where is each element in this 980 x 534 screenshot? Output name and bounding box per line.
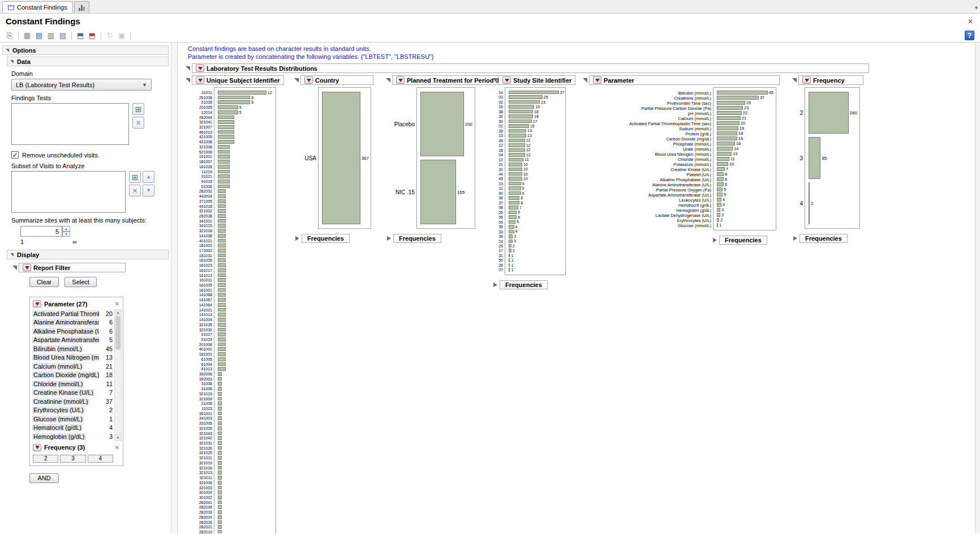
- red-triangle-menu-icon[interactable]: [502, 76, 511, 84]
- and-button[interactable]: AND: [29, 473, 59, 483]
- disclosure-closed-icon[interactable]: [295, 236, 299, 241]
- histogram-bar[interactable]: [218, 145, 230, 149]
- histogram-bar[interactable]: [509, 153, 525, 156]
- histogram-bar[interactable]: [218, 436, 222, 440]
- histogram-bar[interactable]: [218, 510, 222, 514]
- histogram-bar[interactable]: [509, 95, 543, 99]
- histogram-bar[interactable]: [218, 382, 222, 386]
- filter-list-item[interactable]: Chloride (mmol/L)11: [32, 379, 114, 388]
- histogram-bar[interactable]: [717, 193, 723, 196]
- chevron-down-icon[interactable]: ▾: [975, 5, 978, 11]
- filter-item-label[interactable]: Chloride (mmol/L): [32, 381, 84, 387]
- histogram-bar[interactable]: [218, 476, 222, 480]
- histogram-bar[interactable]: [509, 206, 518, 209]
- histogram-bar[interactable]: [717, 101, 745, 105]
- histogram-bar[interactable]: [218, 254, 226, 258]
- disclosure-closed-icon[interactable]: [387, 236, 391, 241]
- histogram-bar[interactable]: [218, 96, 250, 100]
- histogram-bar[interactable]: [509, 249, 512, 252]
- histogram-bar[interactable]: [509, 139, 525, 142]
- histogram-bar[interactable]: [509, 124, 529, 127]
- histogram-bar[interactable]: [218, 515, 222, 519]
- histogram-bar[interactable]: [717, 167, 725, 171]
- histogram-bar[interactable]: [218, 318, 226, 322]
- remove-visits-button[interactable]: ✕: [129, 185, 141, 196]
- disclosure-closed-icon[interactable]: [493, 283, 497, 287]
- journal-icon[interactable]: ▧: [58, 31, 68, 41]
- subset-visits-listbox[interactable]: [11, 171, 126, 213]
- histogram-bar[interactable]: [218, 362, 226, 366]
- add-visits-button[interactable]: ⊞: [129, 171, 141, 183]
- filter-list-item[interactable]: Creatinine (mmol/L)37: [32, 397, 114, 406]
- histogram-bar[interactable]: [218, 258, 226, 262]
- frequency-value-button[interactable]: 3: [60, 455, 85, 463]
- histogram-bar[interactable]: [218, 288, 226, 292]
- scroll-up-icon[interactable]: ▲: [115, 310, 121, 316]
- filter-item-label[interactable]: Carbon Dioxide (mg/dL): [32, 371, 99, 378]
- close-icon[interactable]: ✕: [968, 18, 973, 25]
- histogram-bar[interactable]: [717, 116, 741, 120]
- filter-list-item[interactable]: Hematocrit (g/dL)4: [32, 424, 114, 433]
- close-icon[interactable]: ✕: [115, 445, 121, 451]
- histogram-bar[interactable]: [509, 163, 522, 166]
- histogram-bar[interactable]: [218, 352, 226, 356]
- histogram-bar[interactable]: [218, 274, 226, 277]
- filter-list-item[interactable]: Carbon Dioxide (mg/dL)18: [32, 371, 114, 380]
- window-scrollbar[interactable]: [975, 42, 980, 533]
- panel-header[interactable]: Unique Subject Identifier: [192, 75, 284, 85]
- histogram-bar[interactable]: [509, 234, 513, 238]
- red-triangle-menu-icon[interactable]: [802, 76, 811, 84]
- scroll-down-icon[interactable]: ▼: [115, 434, 121, 441]
- histogram-bar[interactable]: [509, 263, 510, 267]
- red-triangle-menu-icon[interactable]: [23, 264, 31, 271]
- histogram-bar[interactable]: [218, 505, 222, 509]
- histogram-bar[interactable]: [218, 466, 222, 470]
- tab-report-chart[interactable]: [74, 1, 89, 13]
- histogram-bar[interactable]: [717, 96, 759, 100]
- histogram-bar[interactable]: [717, 187, 723, 191]
- histogram-bar[interactable]: [218, 490, 222, 494]
- histogram-bar[interactable]: [218, 401, 222, 405]
- histogram-bar[interactable]: [717, 106, 743, 110]
- histogram-bar[interactable]: [218, 199, 226, 203]
- histogram-bar[interactable]: [218, 160, 230, 164]
- histogram-bar[interactable]: [509, 191, 521, 195]
- histogram-bar[interactable]: [218, 189, 226, 193]
- options-section-header[interactable]: Options: [2, 45, 169, 55]
- histogram-bar[interactable]: [717, 152, 732, 156]
- histogram-bar[interactable]: [509, 240, 513, 243]
- filter-list-scrollbar[interactable]: ▲ ▼: [114, 309, 122, 441]
- histogram-bar[interactable]: [809, 92, 849, 134]
- histogram-bar[interactable]: [218, 412, 222, 416]
- save-report-icon[interactable]: ⎘: [5, 31, 15, 41]
- filter-list-item[interactable]: Blood Urea Nitrogen (m...13: [32, 353, 114, 362]
- histogram-bar[interactable]: [509, 211, 517, 214]
- filter-list-item[interactable]: Bilirubin (mmol/L)45: [32, 344, 114, 353]
- move-up-button[interactable]: ▲: [143, 171, 154, 183]
- filter-list-item[interactable]: Glucose (mmol/L)1: [32, 415, 114, 424]
- histogram-bar[interactable]: [509, 119, 532, 123]
- histogram-bar[interactable]: [717, 203, 721, 207]
- histogram-bar[interactable]: [809, 182, 810, 224]
- min-subjects-input[interactable]: 5: [20, 226, 62, 237]
- histogram-bar[interactable]: [509, 168, 522, 171]
- histogram-bar[interactable]: [509, 177, 522, 180]
- histogram-bar[interactable]: [509, 134, 526, 137]
- histogram-bar[interactable]: [218, 283, 226, 287]
- histogram-bar[interactable]: [218, 530, 222, 533]
- histogram-bar[interactable]: [509, 196, 519, 199]
- add-tests-button[interactable]: ⊞: [132, 103, 144, 115]
- histogram-bar[interactable]: [218, 308, 226, 312]
- histogram-bar[interactable]: [218, 486, 222, 490]
- panel-header[interactable]: Planned Treatment for Period 01: [392, 75, 506, 85]
- disclosure-open-icon[interactable]: [294, 78, 299, 83]
- filter-item-label[interactable]: Creatinine (mmol/L): [32, 398, 89, 405]
- filter-list-item[interactable]: Calcium (mmol/L)21: [32, 362, 114, 371]
- histogram-bar[interactable]: [218, 347, 226, 351]
- presentation-red-icon[interactable]: ⬒: [87, 31, 97, 41]
- histogram-bar[interactable]: [420, 160, 456, 224]
- histogram-bar[interactable]: [218, 421, 222, 425]
- histogram-bar[interactable]: [218, 224, 226, 228]
- frequencies-outline[interactable]: Frequencies: [800, 234, 848, 243]
- tab-constant-findings[interactable]: Constant Findings: [2, 1, 73, 13]
